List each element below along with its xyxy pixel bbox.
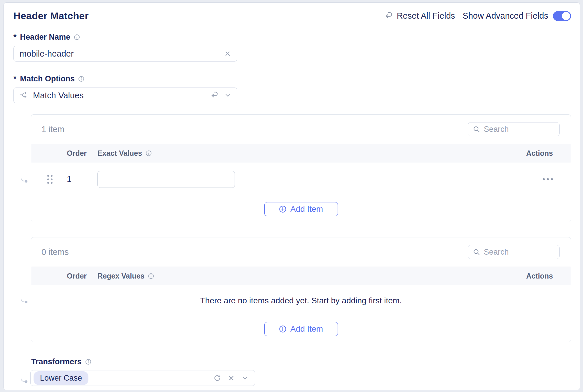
- header-name-input[interactable]: [20, 49, 224, 59]
- show-advanced-fields-label: Show Advanced Fields: [463, 11, 548, 21]
- add-item-area: Add Item: [31, 316, 571, 342]
- reset-all-fields-button[interactable]: Reset All Fields: [385, 11, 455, 21]
- info-icon[interactable]: [85, 359, 91, 365]
- drag-handle-icon[interactable]: [47, 175, 54, 184]
- tree-node-dot: [25, 301, 27, 303]
- tree-connector-line: [21, 114, 21, 379]
- exact-value-input[interactable]: [97, 171, 235, 188]
- chevron-down-icon[interactable]: [241, 374, 249, 382]
- reset-field-icon[interactable]: [211, 91, 219, 99]
- values-column-header: Exact Values: [97, 149, 152, 158]
- search-box: [468, 245, 560, 259]
- tree-node-dot: [25, 380, 27, 383]
- topbar: Header Matcher Reset All Fields Show Adv…: [13, 10, 571, 22]
- show-advanced-fields-toggle[interactable]: [553, 11, 571, 21]
- values-column-label: Regex Values: [97, 272, 144, 280]
- transformers-label: Transformers: [31, 357, 82, 366]
- item-count: 0 items: [41, 247, 69, 257]
- chevron-down-icon[interactable]: [224, 92, 232, 99]
- regex-values-panel: 0 items Order Regex Values Actions There…: [31, 237, 571, 342]
- topbar-actions: Reset All Fields Show Advanced Fields: [385, 11, 571, 21]
- undo-icon: [385, 12, 393, 20]
- multiselect-icons: [213, 374, 249, 382]
- search-icon: [473, 248, 480, 256]
- info-icon[interactable]: [148, 273, 154, 279]
- header-matcher-card: Header Matcher Reset All Fields Show Adv…: [4, 2, 580, 390]
- header-name-label: Header Name: [20, 33, 71, 42]
- info-icon[interactable]: [78, 76, 84, 82]
- transformers-label-row: Transformers: [31, 357, 571, 366]
- table-header: Order Regex Values Actions: [31, 267, 571, 285]
- search-icon: [473, 125, 480, 133]
- search-input[interactable]: [484, 125, 555, 134]
- row-actions-menu-icon[interactable]: [543, 178, 571, 180]
- required-marker: *: [13, 33, 17, 42]
- info-icon[interactable]: [74, 34, 80, 40]
- table-row: 1: [31, 162, 571, 196]
- info-icon[interactable]: [146, 150, 152, 156]
- advanced-fields-control: Show Advanced Fields: [463, 11, 571, 21]
- match-options-label: Match Options: [20, 74, 75, 83]
- match-options-select[interactable]: Match Values: [13, 88, 237, 103]
- header-name-label-row: * Header Name: [13, 33, 571, 42]
- values-column-label: Exact Values: [97, 149, 142, 158]
- match-options-label-row: * Match Options: [13, 74, 571, 83]
- transformers-select[interactable]: Lower Case: [30, 370, 255, 386]
- refresh-icon[interactable]: [213, 374, 221, 382]
- add-item-button[interactable]: Add Item: [264, 322, 338, 336]
- clear-icon[interactable]: [228, 374, 235, 382]
- item-count: 1 item: [41, 125, 64, 134]
- match-options-value: Match Values: [33, 91, 205, 100]
- values-column-header: Regex Values: [97, 272, 154, 280]
- tree-node-dot: [25, 180, 27, 183]
- actions-column-header: Actions: [526, 149, 571, 158]
- match-values-section: 1 item Order Exact Values Actions 1: [13, 114, 571, 386]
- add-item-label: Add Item: [290, 204, 323, 214]
- transformer-tag: Lower Case: [34, 371, 88, 385]
- order-column-header: Order: [67, 272, 97, 280]
- add-item-area: Add Item: [31, 196, 571, 222]
- order-column-header: Order: [67, 149, 97, 158]
- required-marker: *: [13, 74, 17, 83]
- search-box: [468, 122, 560, 136]
- regex-values-panel-header: 0 items: [31, 237, 571, 267]
- plus-circle-icon: [279, 205, 287, 213]
- selected-tags: Lower Case: [34, 371, 207, 385]
- add-item-label: Add Item: [290, 324, 323, 334]
- empty-state-message: There are no items added yet. Start by a…: [31, 285, 571, 316]
- exact-values-panel: 1 item Order Exact Values Actions 1: [31, 114, 571, 222]
- branch-icon: [19, 90, 28, 100]
- actions-column-header: Actions: [526, 272, 571, 280]
- reset-all-fields-label: Reset All Fields: [397, 11, 455, 21]
- search-input[interactable]: [484, 248, 555, 257]
- plus-circle-icon: [279, 325, 287, 333]
- row-order-value: 1: [67, 174, 97, 184]
- clear-icon[interactable]: [224, 50, 231, 57]
- table-header: Order Exact Values Actions: [31, 144, 571, 162]
- toggle-knob: [562, 12, 570, 20]
- header-name-field-wrap: [13, 46, 237, 62]
- add-item-button[interactable]: Add Item: [264, 202, 338, 216]
- page-title: Header Matcher: [13, 10, 89, 22]
- exact-values-panel-header: 1 item: [31, 115, 571, 144]
